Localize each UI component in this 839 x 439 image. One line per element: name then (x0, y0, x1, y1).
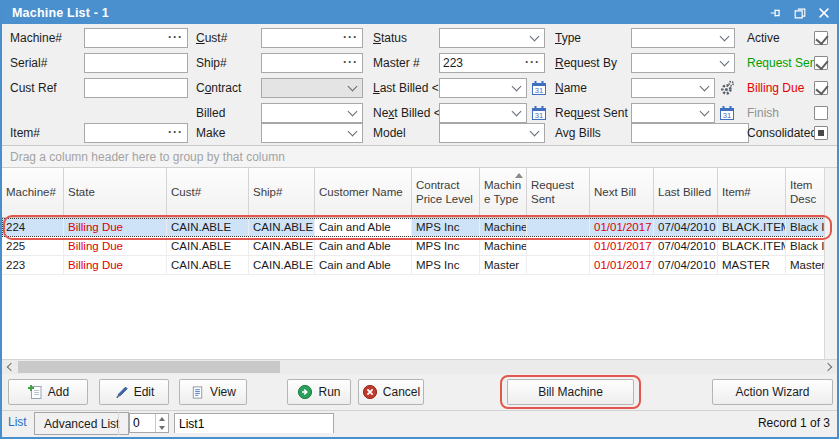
column-header-next-bill[interactable]: Next Bill (590, 168, 654, 217)
request-sent-before-dropdown[interactable] (631, 103, 715, 123)
chevron-down-icon[interactable] (720, 32, 730, 42)
edit-button[interactable]: Edit (99, 379, 169, 405)
list-name-field[interactable] (174, 413, 334, 433)
restore-icon[interactable] (793, 6, 807, 20)
billed-input[interactable] (262, 104, 349, 122)
scroll-right-arrow[interactable] (822, 360, 837, 374)
serial-no-field[interactable] (84, 53, 188, 73)
add-button[interactable]: Add (8, 379, 88, 405)
next-billed-input[interactable] (440, 104, 513, 122)
request-sent-checkbox[interactable] (814, 56, 828, 70)
last-billed-dropdown[interactable] (439, 78, 527, 98)
next-billed-dropdown[interactable] (439, 103, 527, 123)
type-dropdown[interactable] (631, 28, 735, 48)
type-input[interactable] (632, 29, 721, 47)
pin-icon[interactable] (769, 6, 783, 20)
lookup-ellipsis-icon[interactable]: ··· (166, 126, 187, 140)
request-by-input[interactable] (632, 54, 721, 72)
table-row[interactable]: 223 Billing Due CAIN.ABLE CAIN.ABLE Cain… (2, 256, 837, 275)
lookup-ellipsis-icon[interactable]: ··· (166, 31, 187, 45)
cust-no-field[interactable]: ··· (261, 28, 363, 48)
titlebar[interactable]: Machine List - 1 (2, 2, 837, 24)
column-header-state[interactable]: State (64, 168, 167, 217)
item-no-input[interactable] (85, 124, 166, 142)
column-header-machine-type[interactable]: Machine Type (480, 168, 527, 217)
cust-ref-field[interactable] (84, 78, 188, 98)
spinner-up-button[interactable] (156, 414, 168, 423)
machine-no-input[interactable] (85, 29, 166, 47)
table-row[interactable]: 225 Billing Due CAIN.ABLE CAIN.ABLE Cain… (2, 237, 837, 256)
calendar-icon[interactable]: 31 (530, 79, 547, 96)
chevron-down-icon[interactable] (348, 82, 358, 92)
column-header-customer-name[interactable]: Customer Name (315, 168, 412, 217)
chevron-down-icon[interactable] (512, 107, 522, 117)
master-no-input[interactable] (440, 54, 523, 72)
contract-dropdown[interactable] (261, 78, 363, 98)
active-checkbox[interactable] (814, 31, 828, 45)
calendar-icon[interactable] (530, 29, 547, 46)
billing-due-checkbox[interactable] (814, 81, 828, 95)
column-header-last-billed[interactable]: Last Billed (654, 168, 718, 217)
lookup-ellipsis-icon[interactable]: ··· (341, 31, 362, 45)
gear-icon[interactable] (718, 79, 735, 96)
column-header-machine-no[interactable]: Machine# (2, 168, 64, 217)
vertical-scrollbar[interactable] (824, 168, 837, 359)
chevron-down-icon[interactable] (512, 82, 522, 92)
group-by-panel[interactable]: Drag a column header here to group by th… (2, 146, 837, 168)
column-header-item-no[interactable]: Item# (718, 168, 786, 217)
name-dropdown[interactable] (631, 78, 715, 98)
cust-ref-input[interactable] (85, 79, 187, 97)
model-input[interactable] (440, 124, 531, 142)
table-row-selected[interactable]: 224 Billing Due CAIN.ABLE CAIN.ABLE Cain… (2, 218, 837, 237)
item-no-field[interactable]: ··· (84, 123, 188, 143)
column-header-contract-price-level[interactable]: Contract Price Level (412, 168, 480, 217)
finish-checkbox[interactable] (814, 106, 828, 120)
scroll-left-arrow[interactable] (2, 360, 17, 374)
tab-list[interactable]: List (8, 415, 27, 429)
chevron-down-icon[interactable] (348, 107, 358, 117)
column-header-cust-no[interactable]: Cust# (167, 168, 249, 217)
column-header-ship-no[interactable]: Ship# (249, 168, 315, 217)
column-header-request-sent[interactable]: Request Sent (527, 168, 590, 217)
billed-dropdown[interactable] (261, 103, 363, 123)
calendar-icon[interactable]: 31 (530, 104, 547, 121)
horizontal-scrollbar[interactable] (2, 359, 837, 374)
close-icon[interactable] (817, 6, 831, 20)
name-input[interactable] (632, 79, 701, 97)
avg-bills-input[interactable] (632, 124, 748, 142)
avg-bills-field[interactable] (631, 123, 749, 143)
chevron-down-icon[interactable] (700, 82, 710, 92)
chevron-down-icon[interactable] (348, 127, 358, 137)
request-by-dropdown[interactable] (631, 53, 735, 73)
run-button[interactable]: Run (287, 379, 351, 405)
lookup-ellipsis-icon[interactable]: ··· (341, 56, 362, 70)
list-name-input[interactable] (175, 415, 333, 433)
machine-no-field[interactable]: ··· (84, 28, 188, 48)
bill-machine-button[interactable]: Bill Machine (507, 379, 634, 405)
lookup-ellipsis-icon[interactable]: ··· (523, 56, 544, 70)
chevron-down-icon[interactable] (700, 107, 710, 117)
cancel-button[interactable]: Cancel (358, 379, 424, 405)
tab-advanced-list[interactable]: Advanced List (34, 412, 129, 435)
status-input[interactable] (440, 29, 531, 47)
ship-no-field[interactable]: ··· (261, 53, 363, 73)
chevron-down-icon[interactable] (720, 57, 730, 67)
scrollbar-thumb[interactable] (18, 361, 280, 373)
view-button[interactable]: View (179, 379, 247, 405)
spinner-input[interactable] (130, 414, 154, 432)
master-no-field[interactable]: ··· (439, 53, 545, 73)
spinner-down-button[interactable] (156, 423, 168, 432)
last-billed-input[interactable] (440, 79, 513, 97)
ship-no-input[interactable] (262, 54, 341, 72)
make-input[interactable] (262, 124, 349, 142)
action-wizard-button[interactable]: Action Wizard (712, 379, 833, 405)
request-sent-before-input[interactable] (632, 104, 701, 122)
cust-no-input[interactable] (262, 29, 341, 47)
model-dropdown[interactable] (439, 123, 545, 143)
consolidated-checkbox[interactable] (814, 126, 828, 140)
chevron-down-icon[interactable] (530, 127, 540, 137)
calendar-icon[interactable]: 31 (718, 104, 735, 121)
make-dropdown[interactable] (261, 123, 363, 143)
list-number-spinner[interactable] (129, 413, 169, 433)
serial-no-input[interactable] (85, 54, 187, 72)
